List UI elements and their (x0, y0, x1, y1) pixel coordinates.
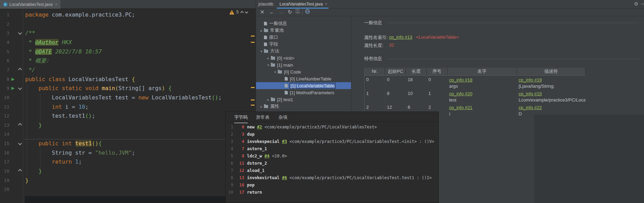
code-line[interactable]: * 概要: (25, 56, 50, 65)
warning-stripe-mark[interactable] (251, 99, 255, 100)
col-nr[interactable]: Nr. (364, 68, 385, 75)
code-line[interactable]: } (25, 176, 29, 185)
constant-pool-link[interactable]: #2 (257, 125, 262, 129)
cp-info-link[interactable]: cp_info #20 (449, 91, 517, 97)
close-icon[interactable]: × (55, 2, 57, 7)
tree-item-0-init[interactable]: ▸[0] <init> (256, 55, 351, 61)
code-line[interactable]: /** (25, 28, 35, 38)
warning-stripe-mark[interactable] (251, 105, 255, 106)
cp-info-link[interactable]: cp_info #15 (519, 91, 585, 97)
fold-marker-icon[interactable] (18, 169, 22, 173)
close-file-button[interactable]: ✕ (259, 9, 266, 15)
tab-exception-table[interactable]: 异常表 (256, 114, 269, 123)
col-descriptor[interactable]: 描述符 (517, 68, 586, 75)
col-length[interactable]: 长度 (406, 68, 427, 75)
tree-item-0-code[interactable]: ▾[0] Code (256, 68, 351, 75)
constant-pool-link[interactable]: #4 (265, 154, 269, 158)
tree-item-1-methodparameters[interactable]: [1] MethodParameters (256, 89, 351, 96)
bytecode-line-number: 9 (226, 182, 233, 189)
bytecode-line-number: 1 (226, 124, 233, 131)
fold-marker-icon[interactable] (18, 123, 22, 127)
code-line[interactable]: public static void main(String[] args) { (25, 84, 172, 93)
code-line[interactable]: } (25, 120, 42, 130)
tree-item-[interactable]: ▸属性 (256, 103, 351, 110)
code-segment: { (168, 85, 172, 91)
tree-item-[interactable]: 接口 (256, 34, 351, 41)
constant-pool-link[interactable]: #3 (282, 139, 287, 144)
tree-toggle-icon[interactable]: ▸ (259, 105, 264, 108)
col-name[interactable]: 名字 (447, 68, 517, 75)
document-icon (285, 77, 288, 81)
constant-pool-link[interactable]: #6 (282, 175, 287, 180)
tree-toggle-icon[interactable]: ▾ (273, 70, 278, 74)
tree-item-1-main[interactable]: ▾[1] main (256, 61, 351, 68)
tree-toggle-icon[interactable]: ▸ (259, 29, 264, 32)
tree-item-0-linenumbertable[interactable]: [0] LineNumberTable (256, 75, 351, 82)
fold-marker-icon[interactable] (18, 68, 22, 71)
col-index[interactable]: 序号 (427, 68, 447, 75)
code-segment: 10 (78, 104, 85, 110)
close-icon[interactable]: × (325, 2, 327, 7)
code-line[interactable]: String str = "hello,JVM"; (25, 148, 135, 157)
tree-toggle-icon[interactable]: ▾ (259, 49, 264, 53)
tab-bytecode[interactable]: 字节码 (234, 114, 248, 123)
code-line[interactable]: package com.example.practice3.PC; (25, 10, 135, 19)
code-line[interactable]: int i = 10; (25, 102, 88, 112)
forward-button[interactable]: → (277, 9, 284, 15)
class-structure-tree[interactable]: 一般信息▸常量池接口字段▾方法▸[0] <init>▾[1] main▾[0] … (256, 16, 351, 112)
save-button[interactable] (295, 9, 302, 13)
refresh-button[interactable]: ↻ (286, 9, 293, 15)
run-icon[interactable]: ▶ (11, 75, 16, 84)
cp-info-link[interactable]: cp_info #19 (519, 77, 585, 83)
fold-marker-icon[interactable] (18, 141, 22, 145)
code-line[interactable]: * @Author HKX (25, 38, 72, 47)
run-icon[interactable]: ▶ (11, 84, 16, 93)
attr-name-index-link[interactable]: cp_info #13 (389, 35, 412, 40)
tree-item-[interactable]: 字段 (256, 41, 351, 48)
cp-info-link[interactable]: cp_info #22 (519, 105, 585, 111)
tab-misc[interactable]: 杂项 (278, 114, 287, 123)
fold-marker-icon[interactable] (18, 31, 22, 35)
code-line[interactable]: LocalVariablesTest test = new LocalVaria… (25, 93, 221, 102)
tree-item-2-test1[interactable]: ▸[2] test1 (256, 96, 351, 103)
jclasslib-tab[interactable]: LocalVariablesTest.java × (280, 2, 327, 7)
hide-tool-window-icon[interactable]: — (641, 1, 644, 6)
tree-item-[interactable]: ▾方法 (256, 48, 351, 55)
web-docs-button[interactable] (305, 9, 312, 14)
tree-item-1-localvariabletable[interactable]: [1] LocalVariableTable (256, 82, 351, 89)
inspections-widget[interactable]: 5 (229, 9, 248, 15)
col-start-pc[interactable]: 起始PC (385, 68, 406, 75)
tree-item-[interactable]: ▸常量池 (256, 27, 351, 34)
bytecode-line-number: 8 (226, 174, 233, 182)
next-warning-icon[interactable] (245, 10, 248, 13)
gear-icon[interactable]: ⚙ (634, 1, 638, 7)
code-segment: String[] args (119, 85, 162, 91)
code-line[interactable]: public class LocalVariablesTest { (25, 75, 135, 84)
line-number: 5 (0, 47, 9, 56)
tree-toggle-icon[interactable]: ▸ (266, 56, 271, 60)
code-line[interactable]: */ (25, 65, 35, 75)
cp-info-link[interactable]: cp_info #21 (449, 105, 517, 111)
code-line[interactable]: return 1; (25, 157, 82, 166)
editor-code-area[interactable]: 1package com.example.practice3.PC;23/**4… (0, 9, 256, 203)
code-line[interactable]: * @DATE 2022/7/8 10:57 (25, 47, 102, 56)
code-line[interactable]: } (25, 166, 42, 176)
tree-toggle-icon[interactable]: ▾ (266, 63, 271, 67)
editor-pane: C LocalVariablesTest.java × 1package com… (0, 0, 256, 203)
editor-tab-localvariablestest[interactable]: C LocalVariablesTest.java × (0, 0, 60, 9)
tree-item-label: [0] Code (284, 69, 301, 75)
attr-name-resolved: <LocalVariableTable> (416, 35, 459, 40)
back-button[interactable]: ← (268, 9, 275, 15)
code-segment (25, 158, 52, 165)
warning-stripe-mark[interactable] (251, 36, 255, 37)
warning-stripe-mark[interactable] (251, 42, 255, 43)
code-line[interactable]: public int test1(){ (25, 139, 102, 148)
warning-stripe-mark[interactable] (251, 87, 255, 88)
tree-item-[interactable]: 一般信息 (256, 20, 351, 27)
prev-warning-icon[interactable] (240, 11, 244, 14)
cp-info-link[interactable]: cp_info #18 (449, 77, 517, 83)
tree-toggle-icon[interactable]: ▸ (266, 98, 271, 102)
code-line[interactable]: test.test1(); (25, 111, 95, 120)
fold-marker-icon[interactable] (18, 86, 22, 90)
cell-idx: 1 (427, 89, 447, 103)
